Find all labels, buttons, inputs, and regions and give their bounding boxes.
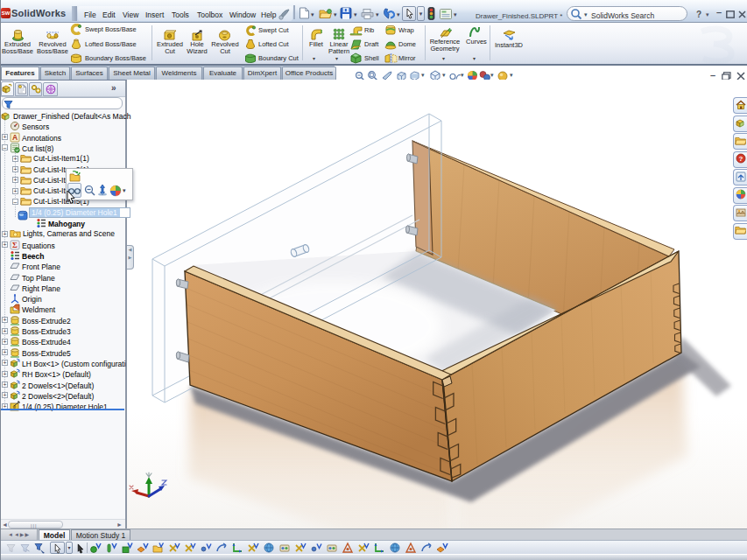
svg-text:?: ? <box>739 155 743 163</box>
